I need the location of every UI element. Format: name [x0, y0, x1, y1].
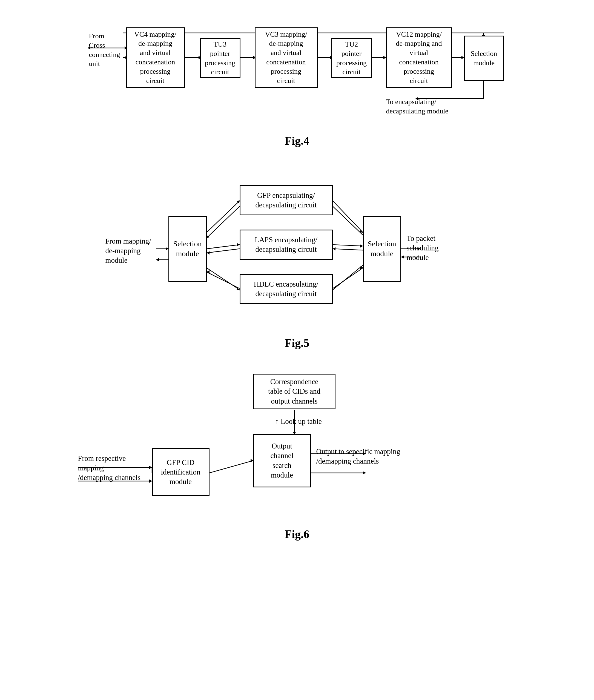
svg-marker-60: [251, 459, 253, 462]
figure-6-section: Correspondencetable of CIDs andoutput ch…: [22, 366, 572, 541]
fig4-diagram: VC4 mapping/de-mappingand virtualconcate…: [73, 17, 522, 126]
figure-4-section: VC4 mapping/de-mappingand virtualconcate…: [22, 17, 572, 148]
svg-line-32: [207, 249, 240, 253]
svg-marker-45: [333, 247, 335, 250]
svg-line-44: [333, 249, 363, 250]
figure-5-section: Selectionmodule GFP encapsulating/decaps…: [22, 164, 572, 350]
vc3-box: VC3 mapping/de-mappingand virtualconcate…: [255, 27, 318, 88]
vc4-box: VC4 mapping/de-mappingand virtualconcate…: [126, 27, 185, 88]
svg-line-40: [333, 206, 363, 235]
svg-line-38: [333, 201, 363, 232]
svg-marker-33: [207, 251, 209, 255]
svg-marker-43: [360, 244, 363, 248]
output-channel-search-box: Outputchannelsearchmodule: [253, 434, 311, 487]
hdlc-box: HDLC encapsulating/decapsulating circuit: [240, 274, 333, 304]
svg-marker-11: [461, 56, 464, 59]
page: VC4 mapping/de-mappingand virtualconcate…: [0, 0, 594, 700]
gfp-box: GFP encapsulating/decapsulating circuit: [240, 185, 333, 215]
selection-module-5a: Selectionmodule: [168, 216, 207, 282]
from-respective-mapping-label: From respective mapping/demapping channe…: [78, 454, 152, 482]
tu3-box: TU3pointerprocessingcircuit: [200, 38, 240, 78]
svg-marker-53: [401, 255, 404, 259]
selection-module-4: Selectionmodule: [464, 36, 504, 81]
from-mapping-label: From mapping/de-mappingmodule: [105, 236, 166, 265]
from-cross-label: FromCross-connectingunit: [89, 32, 125, 68]
svg-line-30: [207, 245, 240, 249]
svg-marker-23: [166, 247, 168, 250]
svg-line-59: [209, 460, 253, 473]
svg-line-48: [333, 265, 363, 290]
svg-line-36: [207, 272, 240, 288]
svg-line-42: [333, 245, 363, 246]
fig6-caption: Fig.6: [285, 528, 309, 541]
fig4-caption: Fig.4: [285, 134, 309, 148]
gfp-cid-box: GFP CIDidentificationmodule: [152, 448, 209, 496]
svg-line-46: [333, 268, 363, 288]
to-packet-scheduling-label: To packetschedulingmodule: [407, 234, 478, 262]
svg-line-26: [207, 201, 240, 232]
output-to-specific-label: Output to sepecific mapping/demapping ch…: [316, 447, 415, 466]
laps-box: LAPS encapsulating/decapsulating circuit: [240, 230, 333, 260]
fig5-caption: Fig.5: [285, 337, 309, 350]
tu2-box: TU2pointerprocessingcircuit: [331, 38, 372, 78]
correspondence-table-box: Correspondencetable of CIDs andoutput ch…: [253, 374, 335, 409]
look-up-table-label: ↑ Look up table: [275, 417, 322, 426]
svg-line-34: [207, 268, 240, 290]
svg-marker-31: [237, 243, 240, 246]
fig5-diagram: Selectionmodule GFP encapsulating/decaps…: [105, 164, 489, 328]
svg-marker-66: [363, 471, 366, 475]
vc12-box: VC12 mapping/de-mapping andvirtualconcat…: [386, 27, 452, 88]
selection-module-5b: Selectionmodule: [363, 216, 401, 282]
fig6-diagram: Correspondencetable of CIDs andoutput ch…: [78, 366, 516, 519]
svg-line-28: [207, 206, 240, 238]
to-encapsulating-label: To encapsulating/decapsulating module: [386, 97, 448, 116]
svg-marker-37: [207, 270, 209, 274]
svg-marker-9: [384, 56, 386, 59]
